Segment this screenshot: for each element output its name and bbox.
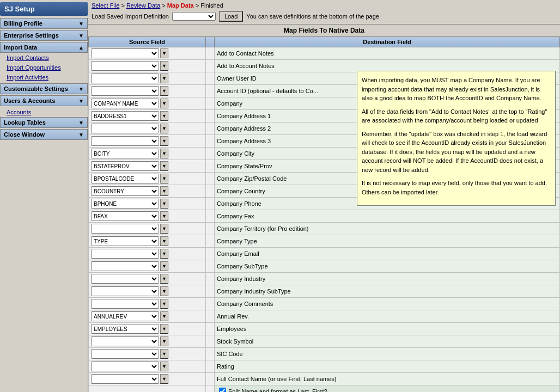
dropdown-arrow-btn[interactable]: ▼ <box>160 124 168 133</box>
dropdown-arrow-btn[interactable]: ▼ <box>160 149 168 158</box>
dest-label: Add to Account Notes <box>217 63 275 69</box>
source-select[interactable] <box>91 124 159 133</box>
arrow-cell <box>206 298 215 310</box>
billing-profile-header[interactable]: Billing Profile ▼ <box>0 18 88 29</box>
dropdown-arrow-btn[interactable]: ▼ <box>160 99 168 108</box>
dropdown-arrow-btn[interactable]: ▼ <box>160 174 168 183</box>
source-cell: ▼ <box>89 72 206 85</box>
dropdown-arrow-btn[interactable]: ▼ <box>160 336 168 346</box>
source-cell: ▼ <box>89 135 206 148</box>
source-select[interactable] <box>91 349 159 359</box>
dest-label: Add to Contact Notes <box>217 50 274 57</box>
source-select[interactable] <box>91 299 159 309</box>
dest-cell: SIC Code <box>215 348 560 360</box>
lookup-tables-header[interactable]: Lookup Tables ▼ <box>0 117 88 128</box>
dropdown-arrow-btn[interactable]: ▼ <box>160 274 168 284</box>
source-select[interactable]: BADDRESS1 <box>91 111 159 121</box>
enterprise-settings-header[interactable]: Enterprise Settings ▼ <box>0 30 88 41</box>
info-paragraph-3: It is not necessary to map every field, … <box>362 179 551 197</box>
source-select[interactable]: BPHONE <box>91 199 159 209</box>
split-name-checkbox[interactable] <box>219 388 226 392</box>
dropdown-arrow-btn[interactable]: ▼ <box>160 199 168 209</box>
dropdown-arrow-btn[interactable]: ▼ <box>160 299 168 309</box>
dropdown-arrow-btn[interactable]: ▼ <box>160 349 168 359</box>
source-cell: BSTATEPROV▼ <box>89 160 206 173</box>
dropdown-arrow-btn[interactable]: ▼ <box>160 74 168 83</box>
source-cell: ▼ <box>89 335 206 348</box>
source-select[interactable] <box>91 74 159 83</box>
source-select[interactable]: BCITY <box>91 149 159 158</box>
source-select[interactable] <box>91 249 159 259</box>
dropdown-arrow-btn[interactable]: ▼ <box>160 311 168 321</box>
arrow-cell <box>206 310 215 323</box>
dropdown-arrow-btn[interactable]: ▼ <box>160 374 168 384</box>
import-data-header[interactable]: Import Data ▲ <box>0 42 88 53</box>
source-cell: ▼ <box>89 285 206 298</box>
source-select[interactable] <box>91 48 159 58</box>
users-accounts-arrow: ▼ <box>78 98 84 104</box>
dropdown-arrow-btn[interactable]: ▼ <box>160 61 168 71</box>
arrow-cell <box>206 248 215 260</box>
table-row: TYPE▼Company Type <box>89 235 560 248</box>
breadcrumb-select-file[interactable]: Select File <box>92 2 119 9</box>
close-window-header[interactable]: Close Window ▼ <box>0 129 88 140</box>
source-select[interactable] <box>91 136 159 146</box>
dropdown-arrow-btn[interactable]: ▼ <box>160 111 168 121</box>
source-select[interactable] <box>91 86 159 96</box>
source-select[interactable]: ANNUALREV <box>91 311 159 321</box>
table-row: ▼Company Comments <box>89 298 560 310</box>
dropdown-arrow-btn[interactable]: ▼ <box>160 136 168 146</box>
source-select[interactable] <box>91 286 159 296</box>
breadcrumb-finished: Finished <box>200 2 223 9</box>
source-select[interactable]: BPOSTALCODE <box>91 174 159 183</box>
dropdown-arrow-btn[interactable]: ▼ <box>160 236 168 246</box>
source-select[interactable] <box>91 362 159 371</box>
load-button[interactable]: Load <box>219 11 243 22</box>
sidebar-item-import-opportunities[interactable]: Import Opportunities <box>0 63 88 72</box>
dropdown-arrow-btn[interactable]: ▼ <box>160 362 168 371</box>
dropdown-arrow-btn[interactable]: ▼ <box>160 211 168 221</box>
source-cell: BCITY▼ <box>89 148 206 160</box>
info-paragraph-0: When importing data, you MUST map a Comp… <box>362 76 551 103</box>
dropdown-arrow-btn[interactable]: ▼ <box>160 48 168 58</box>
enterprise-settings-label: Enterprise Settings <box>4 32 59 39</box>
dropdown-arrow-btn[interactable]: ▼ <box>160 224 168 234</box>
customizable-settings-header[interactable]: Customizable Settings ▼ <box>0 83 88 94</box>
source-select[interactable]: TYPE <box>91 236 159 246</box>
dropdown-arrow-btn[interactable]: ▼ <box>160 161 168 171</box>
source-select[interactable]: BSTATEPROV <box>91 161 159 171</box>
source-select[interactable] <box>91 374 159 384</box>
source-select[interactable] <box>91 61 159 71</box>
users-accounts-header[interactable]: Users & Accounts ▼ <box>0 95 88 106</box>
source-cell: ▼ <box>89 360 206 373</box>
sidebar-item-accounts[interactable]: Accounts <box>0 107 88 117</box>
users-accounts-section: Users & Accounts ▼ <box>0 95 88 106</box>
source-select[interactable] <box>91 261 159 271</box>
breadcrumb-review-data[interactable]: Review Data <box>126 2 160 9</box>
dropdown-arrow-btn[interactable]: ▼ <box>160 286 168 296</box>
th-dest-field: Destination Field <box>215 37 560 47</box>
th-source-field: Source Field <box>89 37 206 47</box>
source-select[interactable] <box>91 274 159 284</box>
source-select[interactable] <box>91 336 159 346</box>
dropdown-arrow-btn[interactable]: ▼ <box>160 186 168 196</box>
breadcrumb-sep1: > <box>121 2 126 9</box>
sidebar-item-import-activities[interactable]: Import Activities <box>0 72 88 82</box>
table-row: ▼Company Industry <box>89 273 560 285</box>
arrow-cell <box>206 348 215 360</box>
source-select[interactable]: BCOUNTRY <box>91 186 159 196</box>
arrow-cell <box>206 122 215 135</box>
source-select[interactable]: BFAX <box>91 211 159 221</box>
dropdown-arrow-btn[interactable]: ▼ <box>160 324 168 334</box>
source-select[interactable]: EMPLOYEES <box>91 324 159 334</box>
sidebar-item-import-contacts[interactable]: Import Contacts <box>0 53 88 63</box>
source-select[interactable]: COMPANY NAME <box>91 99 159 108</box>
main-layout: SJ Setup Billing Profile ▼ Enterprise Se… <box>0 0 560 392</box>
dropdown-arrow-btn[interactable]: ▼ <box>160 86 168 96</box>
source-select[interactable] <box>91 224 159 234</box>
load-definition-select[interactable] <box>172 12 216 21</box>
breadcrumb-map-data: Map Data <box>167 2 194 9</box>
dropdown-arrow-btn[interactable]: ▼ <box>160 261 168 271</box>
dropdown-arrow-btn[interactable]: ▼ <box>160 249 168 259</box>
import-data-arrow: ▲ <box>78 45 84 51</box>
